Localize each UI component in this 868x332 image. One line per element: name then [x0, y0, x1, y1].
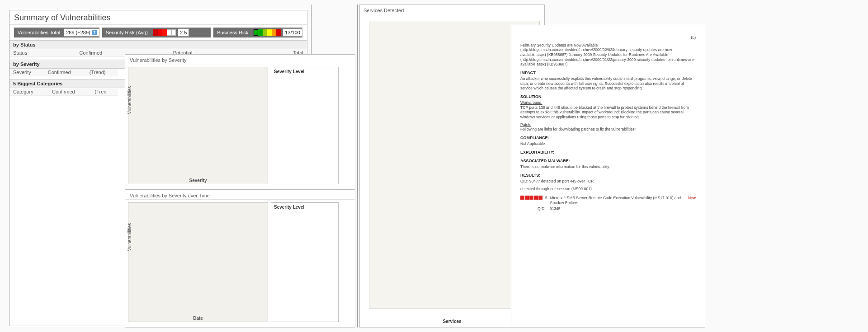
categories-table: Category Confirmed (Tren	[9, 88, 118, 96]
business-risk-scale	[254, 29, 281, 36]
divider	[357, 5, 358, 327]
services-chart-title: Services Detected	[360, 5, 544, 16]
by-severity-table: Severity Confirmed (Trend)	[9, 69, 118, 76]
metric-bizrisk-label: Business Risk	[213, 30, 252, 35]
severity-blocks-icon	[520, 196, 542, 200]
metric-total-value: 289 (+289) ?	[64, 28, 99, 37]
info-icon[interactable]: ?	[92, 30, 97, 35]
workaround-heading: Workaround:	[520, 100, 542, 105]
workaround-text: TCP ports 139 and 445 should be blocked …	[520, 105, 689, 119]
severity-chart-canvas: Vulnerabilities Severity	[128, 67, 268, 184]
metric-total: Vulnerabilities Total 289 (+289) ?	[14, 28, 99, 37]
severity-time-chart-canvas: Vulnerabilities Date	[128, 202, 268, 322]
severity-time-chart-panel: Vulnerabilities by Severity over Time Vu…	[125, 190, 355, 327]
compliance-text: Not Applicable	[520, 141, 696, 146]
patch-heading: Patch:	[520, 122, 531, 127]
malware-text: There is no malware information for this…	[520, 164, 696, 169]
metric-secrisk-value: 2.5	[178, 28, 189, 37]
legend-title: Severity Level	[274, 205, 335, 210]
severity-chart-title: Vulnerabilities by Severity	[125, 55, 355, 64]
stacks-area	[146, 207, 264, 309]
results-1: QID: 90477 detected on port 445 over TCP…	[520, 179, 696, 184]
metric-business-risk: Business Risk 13/100	[213, 28, 302, 37]
x-axis-label: Services	[443, 319, 461, 324]
impact-text: An attacker who successfully exploits th…	[520, 76, 696, 91]
footer-vuln-title: Microsoft SMB Server Remote Code Executi…	[550, 196, 685, 205]
severity-legend: Severity Level	[271, 67, 339, 184]
metric-security-risk: Security Risk (Avg) 2.5	[102, 28, 211, 37]
bars-area	[146, 72, 264, 171]
footer-new-badge: New	[688, 196, 696, 201]
impact-heading: IMPACT	[520, 70, 696, 75]
legend-title: Severity Level	[274, 69, 335, 74]
severity-time-chart-title: Vulnerabilities by Severity over Time	[125, 190, 355, 200]
detail-panel: (b) February Security Updates are Now Av…	[511, 25, 705, 327]
footer-qid-label: QID:	[538, 206, 545, 211]
severity-chart-panel: Vulnerabilities by Severity Vulnerabilit…	[125, 54, 355, 190]
footer-qid-value: 91345	[550, 206, 561, 211]
security-risk-scale	[153, 29, 176, 36]
metric-bizrisk-value: 13/100	[283, 28, 302, 37]
malware-heading: ASSOCIATED MALWARE:	[520, 159, 696, 164]
severity-time-legend: Severity Level	[271, 202, 339, 322]
patch-intro: Following are links for downloading patc…	[520, 127, 636, 131]
results-2: detected through null session (MS09-001)	[520, 187, 696, 192]
detail-topnote: February Security Updates are Now Availa…	[520, 43, 696, 67]
footer-sev: 5	[545, 196, 547, 201]
summary-title: Summary of Vulnerabilities	[9, 10, 307, 25]
compliance-heading: COMPLIANCE:	[520, 136, 696, 140]
exploitability-heading: EXPLOITABILITY:	[520, 150, 696, 155]
metrics-row: Vulnerabilities Total 289 (+289) ? Secur…	[9, 25, 307, 40]
results-heading: RESULTS:	[520, 173, 696, 178]
y-ticks	[130, 72, 145, 171]
by-status-header: by Status	[9, 40, 307, 49]
x-axis-label: Severity	[189, 178, 207, 183]
table-header: Severity Confirmed (Trend)	[9, 69, 118, 76]
solution-heading: SOLUTION	[520, 94, 696, 99]
x-axis-label: Date	[193, 316, 203, 321]
table-header: Category Confirmed (Tren	[9, 88, 118, 96]
metric-secrisk-label: Security Risk (Avg)	[102, 30, 151, 35]
metric-total-label: Vulnerabilities Total	[14, 30, 64, 35]
footer-vuln-row: 5 Microsoft SMB Server Remote Code Execu…	[520, 196, 696, 205]
y-ticks	[130, 207, 145, 309]
